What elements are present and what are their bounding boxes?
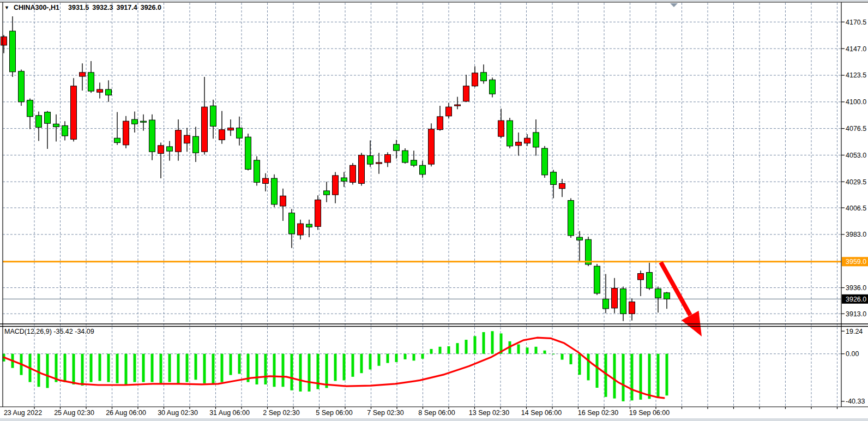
macd-histogram-bar	[491, 331, 494, 354]
candle-up	[202, 107, 208, 152]
candle-up	[516, 142, 522, 146]
collapse-chart-icon[interactable]: ▼	[4, 5, 9, 10]
candle-up	[123, 121, 129, 145]
time-label: 13 Sep 02:30	[469, 409, 509, 417]
candle-down	[420, 165, 426, 175]
candlestick-plot[interactable]	[1, 16, 670, 321]
macd-histogram-bar	[221, 354, 224, 382]
macd-axis-label: -40.33	[846, 398, 865, 405]
candle-down	[324, 191, 330, 195]
candle-up	[350, 165, 356, 182]
macd-histogram-bar	[535, 347, 538, 354]
time-label: 19 Sep 06:00	[629, 409, 670, 417]
time-label: 5 Sep 06:00	[316, 409, 352, 417]
macd-histogram-bar	[168, 354, 171, 382]
macd-histogram-bar	[264, 354, 267, 384]
macd-indicator-plot[interactable]	[3, 331, 668, 401]
macd-histogram-bar	[326, 354, 328, 388]
time-label: 26 Aug 06:00	[106, 409, 146, 417]
macd-histogram-bar	[352, 354, 354, 377]
candle-down	[167, 147, 173, 151]
chart-header: ▼ CHINA300-,H1 3931.5 3932.3 3917.4 3926…	[4, 4, 161, 11]
symbol-timeframe-label: CHINA300-,H1	[14, 4, 59, 11]
candle-up	[638, 274, 644, 280]
macd-histogram-bar	[517, 344, 520, 353]
candle-up	[176, 130, 182, 152]
candle-down	[402, 151, 408, 163]
macd-histogram-bar	[483, 332, 485, 354]
macd-histogram-bar	[282, 354, 285, 387]
candle-down	[411, 160, 417, 165]
candle-down	[53, 124, 59, 127]
candle-up	[498, 121, 504, 136]
price-label: 4147.0	[846, 45, 866, 53]
candle-down	[88, 73, 94, 91]
macd-histogram-bar	[570, 354, 572, 364]
macd-histogram-bar	[378, 354, 381, 366]
macd-histogram-bar	[360, 354, 363, 373]
time-label: 7 Sep 02:30	[367, 409, 403, 417]
candle-up	[228, 128, 234, 130]
candle-down	[490, 80, 496, 94]
candle-up	[333, 176, 339, 195]
candle-down	[132, 119, 138, 124]
macd-histogram-bar	[73, 354, 75, 384]
candle-down	[620, 289, 626, 314]
macd-histogram-bar	[116, 354, 119, 383]
candle-down	[603, 299, 609, 309]
time-axis[interactable]: 23 Aug 202225 Aug 02:3026 Aug 06:0030 Au…	[4, 407, 837, 417]
candle-down	[289, 213, 295, 233]
macd-histogram-bar	[578, 354, 581, 375]
candle-up	[359, 155, 365, 183]
candle-down	[664, 293, 670, 299]
candle-up	[263, 178, 269, 183]
price-label: 4123.5	[846, 71, 866, 79]
panel-separator[interactable]	[0, 324, 868, 327]
candle-up	[559, 183, 565, 188]
macd-histogram-bar	[203, 354, 206, 383]
candle-up	[280, 196, 286, 206]
time-label: 2 Sep 02:30	[263, 409, 299, 417]
candle-down	[341, 178, 347, 181]
candle-up	[315, 200, 321, 227]
macd-histogram-bar	[177, 354, 180, 383]
macd-histogram-bar	[648, 354, 651, 399]
ohlc-close: 3926.0	[141, 4, 161, 11]
macd-histogram-bar	[421, 354, 424, 359]
macd-histogram-bar	[605, 354, 607, 397]
macd-histogram-bar	[448, 346, 450, 354]
candle-up	[446, 107, 452, 116]
macd-histogram-bar	[273, 354, 276, 387]
chart-canvas[interactable]: 4170.54147.04123.54100.04076.54053.04029…	[0, 0, 868, 421]
candle-down	[245, 137, 251, 169]
ohlc-low: 3917.4	[116, 4, 137, 11]
macd-histogram-bar	[46, 354, 49, 388]
price-label: 3936.0	[846, 284, 866, 292]
gridlines	[3, 3, 841, 407]
candle-down	[19, 71, 25, 102]
candle-down	[272, 178, 278, 205]
macd-histogram-bar	[343, 354, 346, 381]
macd-histogram-bar	[657, 354, 660, 398]
candle-down	[551, 172, 557, 185]
macd-histogram-bar	[212, 354, 215, 384]
macd-histogram-bar	[107, 354, 110, 382]
macd-histogram-bar	[622, 354, 625, 401]
macd-histogram-bar	[430, 349, 433, 354]
macd-histogram-bar	[456, 343, 459, 354]
macd-histogram-bar	[134, 354, 136, 382]
macd-histogram-bar	[334, 354, 337, 381]
candle-up	[612, 288, 618, 308]
candle-down	[62, 125, 68, 136]
candle-up	[429, 129, 435, 164]
macd-histogram-bar	[38, 354, 40, 387]
price-axis[interactable]: 4170.54147.04123.54100.04076.54053.04029…	[841, 19, 868, 406]
ohlc-open: 3931.5	[68, 4, 89, 11]
candle-down	[114, 138, 120, 142]
time-label: 30 Aug 02:30	[158, 409, 198, 417]
time-label: 8 Sep 06:00	[418, 409, 455, 417]
candle-down	[254, 160, 260, 183]
ohlc-high: 3932.3	[92, 4, 113, 11]
macd-histogram-bar	[238, 354, 241, 374]
macd-histogram-bar	[552, 354, 555, 354]
